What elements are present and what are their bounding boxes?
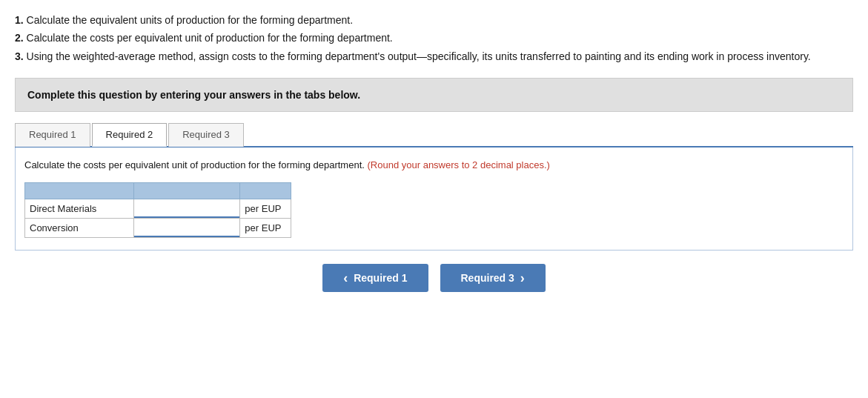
complete-box: Complete this question by entering your … [15,78,853,112]
instruction-1-text: Calculate the equivalent units of produc… [27,14,353,26]
complete-box-text: Complete this question by entering your … [27,89,360,101]
next-required-3-button[interactable]: Required 3 [440,264,546,292]
prev-required-1-button[interactable]: Required 1 [322,264,428,292]
tab-description: Calculate the costs per equivalent unit … [24,155,844,175]
instructions-block: 1. Calculate the equivalent units of pro… [15,12,853,64]
instruction-1-number: 1. [15,14,24,26]
buttons-row: Required 1 Required 3 [15,264,853,292]
tab-description-note: (Round your answers to 2 decimal places.… [368,159,550,170]
tab-required-1-label: Required 1 [29,129,76,140]
tab-required-1[interactable]: Required 1 [15,123,90,147]
table-header-row [25,183,291,199]
tab-required-3-label: Required 3 [182,129,230,140]
tab-required-2[interactable]: Required 2 [92,123,168,147]
chevron-left-icon [343,271,349,285]
table-row-conversion: Conversion per EUP [25,219,291,238]
direct-materials-input-cell[interactable] [133,199,240,219]
chevron-right-icon [519,271,525,285]
header-unit-cell [240,183,291,199]
tab-required-2-label: Required 2 [106,129,153,140]
tabs-row: Required 1 Required 2 Required 3 [15,122,853,147]
instruction-3-text: Using the weighted-average method, assig… [27,50,811,62]
tab-required-3[interactable]: Required 3 [168,123,244,147]
direct-materials-input[interactable] [134,199,240,218]
tab-content-required-2: Calculate the costs per equivalent unit … [15,147,853,251]
header-input-cell [133,183,240,199]
conversion-unit: per EUP [240,219,291,238]
prev-button-label: Required 1 [354,272,407,284]
header-label-cell [25,183,134,199]
conversion-input[interactable] [134,219,240,237]
instruction-2-number: 2. [15,32,24,44]
conversion-input-cell[interactable] [133,219,240,238]
conversion-label: Conversion [25,219,134,238]
tab-description-main: Calculate the costs per equivalent unit … [24,159,365,170]
table-row-direct-materials: Direct Materials per EUP [25,199,291,219]
direct-materials-label: Direct Materials [25,199,134,219]
next-button-label: Required 3 [461,272,514,284]
cost-table: Direct Materials per EUP Conversion per … [24,182,291,238]
instruction-3-number: 3. [15,50,24,62]
direct-materials-unit: per EUP [240,199,291,219]
instruction-2-text: Calculate the costs per equivalent unit … [27,32,393,44]
